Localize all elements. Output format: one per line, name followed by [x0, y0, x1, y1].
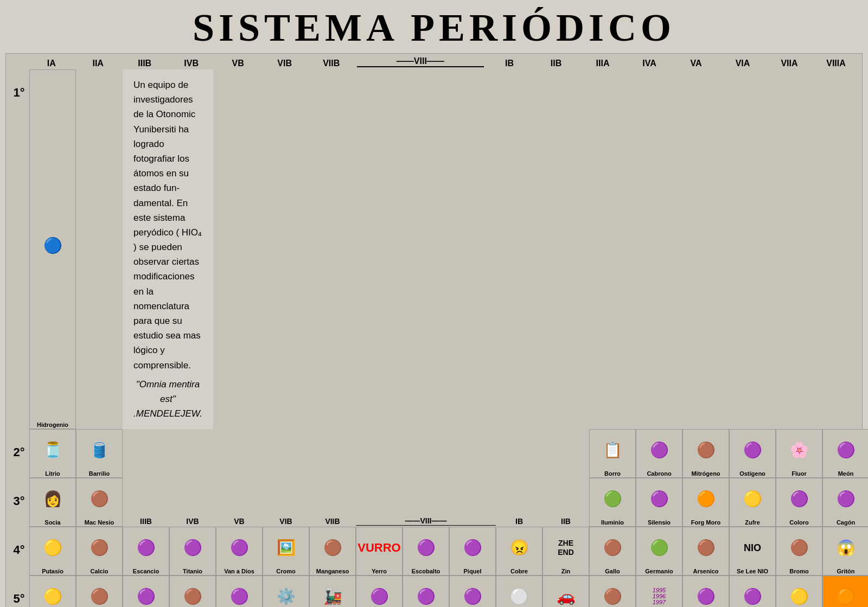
group-VIIB: VIIB	[308, 59, 355, 68]
element-calcio: 🟤 Calcio	[76, 527, 123, 576]
period-row-3: 3° 👩 Socia 🟤 Mac Nesio IIIB IVB VB VIB V…	[9, 478, 859, 527]
element-senon: 🟠 Senón	[822, 576, 868, 607]
element-hidrogenio: 🔵 Hidrogenio	[29, 69, 76, 429]
period-label-2: 2°	[9, 429, 29, 478]
group-VIII: ——VIII——	[355, 56, 486, 68]
element-piquel: 🟣 Piquel	[449, 527, 496, 576]
group-IA: IA	[28, 59, 75, 68]
element-circonio: 🟤 Circonio	[169, 576, 216, 607]
element-litrio: 🫙 Litrio	[29, 429, 76, 478]
group-IIIB: IIIB	[122, 59, 168, 68]
quote-text: "Omnia mentira est" .MENDELEJEW.	[133, 377, 202, 421]
element-antimono: 🟣 Antimono	[682, 576, 729, 607]
period-row-5: 5° 🟡 Rubidio 🟤 Destroncio 🟣 Citrio 🟤 Cir…	[9, 576, 859, 607]
group-IVA: IVA	[626, 59, 673, 68]
element-citrio: 🟣 Citrio	[123, 576, 169, 607]
info-block: Un equipo de investigadores de la Otonom…	[123, 69, 213, 429]
element-plata: ⚪ Plata	[496, 576, 542, 607]
group-IIA: IIA	[75, 59, 122, 68]
period-row-2: 2° 🫙 Litrio 🛢️ Barrilio 📋 Borro 🟣 Cabron…	[9, 429, 859, 478]
element-cabrono: 🟣 Cabrono	[636, 429, 682, 478]
element-titanio: 🟣 Titanio	[169, 527, 216, 576]
element-coloro: 🟣 Coloro	[776, 478, 822, 527]
element-mitrogeno: 🟤 Mitrógeno	[682, 429, 729, 478]
period-row-4: 4° 🟡 Putasio 🟤 Calcio 🟣 Escancio 🟣 Titan…	[9, 527, 859, 576]
group-IIB: IIB	[533, 59, 579, 68]
element-forgmoro: 🟠 Forg Moro	[682, 478, 729, 527]
info-text: Un equipo de investigadores de la Otonom…	[133, 80, 202, 370]
element-socia: 👩 Socia	[29, 478, 76, 527]
element-germanio: 🟢 Germanio	[636, 527, 682, 576]
group-IB: IB	[486, 59, 533, 68]
element-silensio: 🟣 Silensio	[636, 478, 682, 527]
element-gallo: 🟤 Gallo	[589, 527, 636, 576]
element-hidrogenio-name: Hidrogenio	[37, 421, 68, 428]
element-destroncio: 🟤 Destroncio	[76, 576, 123, 607]
element-cobre: 😠 Cobre	[496, 527, 542, 576]
group-IIIA: IIIA	[579, 59, 626, 68]
element-manganeso: 🟤 Manganeso	[309, 527, 356, 576]
element-teluro: 🟣 Teluro	[729, 576, 776, 607]
group-VB: VB	[215, 59, 261, 68]
element-borro: 📋 Borro	[589, 429, 636, 478]
element-brutenio: 🟣 Brutenio	[356, 576, 403, 607]
element-ostigeno: 🟣 Ostígeno	[729, 429, 776, 478]
element-bromo: 🟤 Bromo	[776, 527, 822, 576]
element-barrilio: 🛢️ Barrilio	[76, 429, 123, 478]
period-label-5: 5°	[9, 576, 29, 607]
element-zin: ZHEEND Zin	[542, 527, 589, 576]
group-VA: VA	[673, 59, 719, 68]
element-rubidio: 🟡 Rubidio	[29, 576, 76, 607]
element-griton: 😱 Gritón	[822, 527, 868, 576]
group-VIIIA: VIIIA	[813, 59, 859, 68]
element-putasio: 🟡 Putasio	[29, 527, 76, 576]
element-escancio: 🟣 Escancio	[123, 527, 169, 576]
element-molibdeno: ⚙️ Molibdenc	[263, 576, 309, 607]
group-IVB: IVB	[168, 59, 215, 68]
period-label-1: 1°	[9, 69, 29, 429]
page-title: SISTEMA PERIÓDICO	[0, 0, 868, 53]
element-cromo: 🖼️ Cromo	[263, 527, 309, 576]
element-arsenico: 🟤 Arsenico	[682, 527, 729, 576]
group-VIB: VIB	[261, 59, 308, 68]
element-cagon: 🟣 Cagón	[822, 478, 868, 527]
element-niovio: 🟣 Niovio	[216, 576, 263, 607]
group-VIA: VIA	[719, 59, 766, 68]
element-zufre: 🟡 Zufre	[729, 478, 776, 527]
element-rodic: 🟣 Rodic	[403, 576, 449, 607]
element-macnesio: 🟤 Mac Nesio	[76, 478, 123, 527]
element-selenio: NIO Se Lee NIO	[729, 527, 776, 576]
element-indio: 🟤 Indio	[589, 576, 636, 607]
element-yerro: VURRO Yerro	[356, 527, 403, 576]
element-iluminio: 🟢 Iluminio	[589, 478, 636, 527]
period-label-4: 4°	[9, 527, 29, 576]
element-escobalto: 🟣 Escobalto	[403, 527, 449, 576]
element-cadmion: 🚗 Cadmión	[542, 576, 589, 607]
main-table-area: IA IIA IIIB IVB VB VIB VIIB ——VIII—— IB …	[5, 53, 863, 607]
element-trenecio: 🚂 Trenecio	[309, 576, 356, 607]
group-VIIA: VIIA	[766, 59, 813, 68]
element-vanadios: 🟣 Van a Dios	[216, 527, 263, 576]
element-fluor: 🌸 Fluor	[776, 429, 822, 478]
period-label-3: 3°	[9, 478, 29, 527]
element-meon: 🟣 Meón	[822, 429, 868, 478]
element-paladio: 🟣 Pala Dió	[449, 576, 496, 607]
element-yudo: 🟡 Yudo	[776, 576, 822, 607]
element-esteanio: 199519961997 Este año	[636, 576, 682, 607]
period-row-1: 1° 🔵 Hidrogenio Un equipo de investigado…	[9, 69, 859, 429]
element-hidrogenio-cartoon: 🔵	[43, 71, 62, 420]
